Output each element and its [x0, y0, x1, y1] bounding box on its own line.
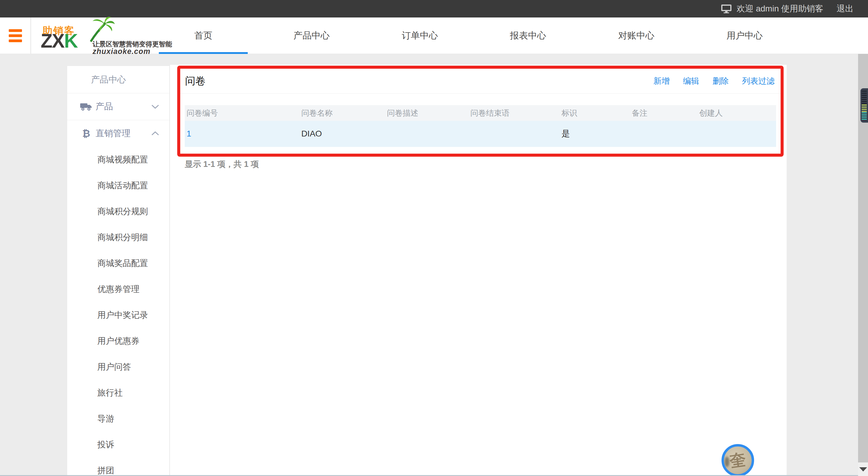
- sidebar-item-mall-activity-config[interactable]: 商城活动配置: [67, 172, 169, 198]
- questionnaire-table: 问卷编号 问卷名称 问卷描述 问卷结束语 标识 备注 创建人 1 DIAO 是: [185, 105, 776, 147]
- panel-header: 问卷 新增 编辑 删除 列表过滤: [180, 69, 781, 94]
- add-button[interactable]: 新增: [653, 75, 670, 87]
- col-questionnaire-name: 问卷名称: [300, 108, 385, 118]
- sidebar-submenu: 商城视频配置 商城活动配置 商城积分规则 商城积分明细 商城奖品配置 优惠券管理…: [67, 147, 169, 476]
- col-remark: 备注: [630, 108, 698, 118]
- table-row[interactable]: 1 DIAO 是: [185, 121, 776, 147]
- sidebar-group-label: 直销管理: [93, 127, 151, 139]
- pagination-summary: 显示 1-1 项，共 1 项: [185, 159, 259, 169]
- chevron-up-icon: [151, 131, 159, 136]
- brand-logo: 助销客 ZXK 让景区智慧营销变得更智能 zhuxiaoke.com: [41, 18, 155, 54]
- sidebar-item-mall-prize-config[interactable]: 商城奖品配置: [67, 250, 169, 276]
- avatar-glyph: 奎: [728, 448, 747, 472]
- page-body: 产品中心 产品 ₿ 直销管理 商城视频配置 商城活动配置 商城积分规则 商城积分…: [0, 54, 868, 476]
- logout-link[interactable]: 退出: [837, 3, 854, 14]
- sidebar-item-user-qa[interactable]: 用户问答: [67, 354, 169, 380]
- sidebar-item-group-buy[interactable]: 拼团: [67, 457, 169, 476]
- truck-icon: [79, 102, 93, 111]
- welcome-text: 欢迎 admin 使用助销客: [737, 3, 824, 14]
- app-header: 助销客 ZXK 让景区智慧营销变得更智能 zhuxiaoke.com 首页 产品…: [0, 18, 868, 54]
- sidebar-item-travel-agency[interactable]: 旅行社: [67, 380, 169, 406]
- tab-report-center[interactable]: 报表中心: [474, 18, 582, 54]
- bitcoin-icon: ₿: [79, 128, 93, 139]
- chevron-down-icon: [151, 104, 159, 109]
- sidebar-group-label: 产品: [93, 101, 151, 113]
- topbar: 欢迎 admin 使用助销客 退出: [0, 0, 868, 18]
- main-nav: 首页 产品中心 订单中心 报表中心 对账中心 用户中心: [149, 18, 799, 54]
- floating-avatar-button[interactable]: 奎: [721, 444, 754, 476]
- list-filter-button[interactable]: 列表过滤: [742, 75, 775, 87]
- brand-zxk: ZXK: [41, 31, 78, 51]
- sidebar-group-product[interactable]: 产品: [67, 93, 169, 120]
- annotation-highlight-box: 问卷 新增 编辑 删除 列表过滤 问卷编号 问卷名称 问卷描述 问卷结束语 标识…: [177, 66, 784, 157]
- col-questionnaire-desc: 问卷描述: [385, 108, 469, 118]
- palm-tree-icon: [87, 16, 116, 42]
- sidebar: 产品中心 产品 ₿ 直销管理 商城视频配置 商城活动配置 商城积分规则 商城积分…: [67, 66, 170, 476]
- sidebar-title: 产品中心: [67, 66, 169, 93]
- welcome-area: 欢迎 admin 使用助销客: [721, 3, 824, 14]
- monitor-icon: [721, 4, 732, 13]
- tab-home[interactable]: 首页: [149, 18, 257, 54]
- tab-order-center[interactable]: 订单中心: [366, 18, 474, 54]
- table-header-row: 问卷编号 问卷名称 问卷描述 问卷结束语 标识 备注 创建人: [185, 105, 776, 121]
- page-title: 问卷: [185, 74, 206, 88]
- col-questionnaire-closing: 问卷结束语: [469, 108, 560, 118]
- scrollbar-thumb-stripes: [862, 104, 867, 113]
- delete-button[interactable]: 删除: [712, 75, 729, 87]
- scrollbar-thumb-stripes: [862, 91, 867, 104]
- row-flag: 是: [560, 128, 630, 139]
- toolbar: 新增 编辑 删除 列表过滤: [653, 75, 775, 87]
- edit-button[interactable]: 编辑: [683, 75, 699, 87]
- row-name: DIAO: [300, 129, 385, 138]
- menu-toggle-button[interactable]: [0, 18, 31, 54]
- scrollbar-thumb-stripes: [862, 113, 867, 120]
- scrollbar-thumb[interactable]: [861, 88, 868, 123]
- sidebar-item-mall-video-config[interactable]: 商城视频配置: [67, 147, 169, 172]
- row-id-link[interactable]: 1: [187, 129, 191, 138]
- sidebar-item-mall-points-detail[interactable]: 商城积分明细: [67, 224, 169, 250]
- sidebar-item-coupon-management[interactable]: 优惠券管理: [67, 276, 169, 302]
- tab-product-center[interactable]: 产品中心: [257, 18, 366, 54]
- col-flag: 标识: [560, 108, 630, 118]
- col-creator: 创建人: [698, 108, 776, 118]
- tab-user-center[interactable]: 用户中心: [690, 18, 799, 54]
- sidebar-item-user-coupons[interactable]: 用户优惠券: [67, 328, 169, 354]
- sidebar-item-user-winning-records[interactable]: 用户中奖记录: [67, 302, 169, 328]
- sidebar-group-direct-sales[interactable]: ₿ 直销管理: [67, 120, 169, 147]
- tab-reconciliation-center[interactable]: 对账中心: [582, 18, 690, 54]
- main-panel: 问卷 新增 编辑 删除 列表过滤 问卷编号 问卷名称 问卷描述 问卷结束语 标识…: [170, 65, 786, 476]
- sidebar-item-tour-guide[interactable]: 导游: [67, 406, 169, 432]
- scroll-down-arrow-icon: [859, 467, 867, 472]
- sidebar-item-mall-points-rules[interactable]: 商城积分规则: [67, 198, 169, 224]
- col-questionnaire-id: 问卷编号: [185, 108, 300, 118]
- sidebar-item-complaints[interactable]: 投诉: [67, 432, 169, 457]
- scrollbar-bottom-button[interactable]: [858, 463, 868, 476]
